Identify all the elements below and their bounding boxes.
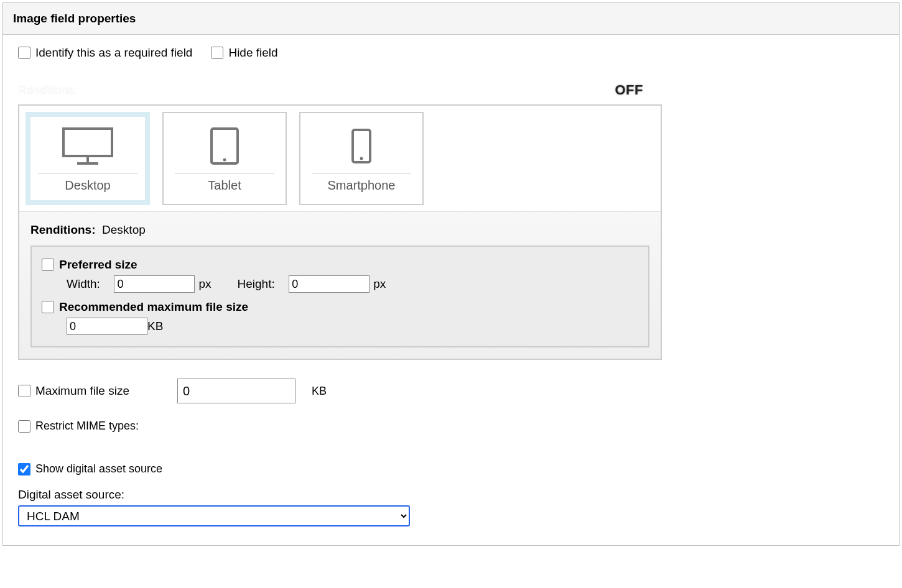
required-field-checkbox[interactable] [18, 47, 30, 59]
max-file-size-checkbox[interactable] [18, 385, 30, 397]
max-file-row: Maximum file size KB [18, 379, 884, 403]
height-label: Height: [238, 277, 275, 291]
renditions-toggle-state[interactable]: OFF [615, 82, 644, 98]
restrict-mime-checkbox[interactable] [18, 420, 30, 433]
restrict-mime-label: Restrict MIME types: [35, 420, 139, 433]
height-input[interactable] [289, 275, 370, 293]
recommended-max-label: Recommended maximum file size [59, 300, 248, 314]
renditions-ghost-label: Renditions: [18, 83, 77, 97]
show-source-row: Show digital asset source [18, 462, 884, 475]
svg-rect-0 [63, 129, 112, 156]
preferred-size-label: Preferred size [59, 258, 137, 272]
panel-title: Image field properties [3, 3, 899, 35]
device-tab-tablet[interactable]: Tablet [162, 112, 287, 205]
device-tab-desktop[interactable]: Desktop [26, 112, 150, 205]
height-unit: px [373, 277, 386, 291]
required-field-label: Identify this as a required field [35, 46, 192, 60]
rendition-detail-title: Renditions: Desktop [30, 223, 649, 237]
device-tabs: Desktop Tablet [19, 106, 661, 211]
recommended-max-checkbox[interactable] [42, 301, 54, 313]
preferred-size-checkbox[interactable] [42, 259, 54, 271]
renditions-container: Desktop Tablet [18, 104, 662, 360]
max-file-size-unit: KB [312, 385, 327, 398]
device-tab-smartphone[interactable]: Smartphone [299, 112, 424, 205]
desktop-icon [60, 126, 116, 166]
width-input[interactable] [114, 275, 195, 293]
show-digital-asset-source-label: Show digital asset source [35, 462, 162, 475]
width-unit: px [198, 277, 211, 291]
restrict-mime-row: Restrict MIME types: [18, 420, 884, 433]
recommended-max-unit: KB [147, 319, 163, 333]
width-label: Width: [67, 277, 100, 291]
recommended-max-input[interactable] [67, 318, 147, 335]
show-digital-asset-source-checkbox[interactable] [18, 463, 30, 475]
hide-field-checkbox[interactable] [211, 47, 223, 59]
svg-point-6 [360, 157, 363, 160]
hide-field-label: Hide field [228, 46, 277, 60]
top-checkboxes: Identify this as a required field Hide f… [18, 46, 884, 63]
max-file-size-input[interactable] [177, 379, 295, 403]
digital-asset-source-label: Digital asset source: [18, 488, 884, 502]
svg-point-4 [223, 158, 226, 162]
max-file-size-label: Maximum file size [35, 384, 172, 398]
tablet-icon [209, 126, 240, 166]
image-field-properties-panel: Image field properties Identify this as … [2, 2, 900, 546]
rendition-inner-box: Preferred size Width: px Height: px Reco [30, 246, 649, 347]
device-tab-smartphone-label: Smartphone [328, 178, 396, 193]
device-tab-tablet-label: Tablet [208, 178, 241, 193]
rendition-detail-section: Renditions: Desktop Preferred size Width… [19, 211, 661, 359]
device-tab-desktop-label: Desktop [65, 178, 110, 193]
digital-asset-source-select[interactable]: HCL DAM [18, 505, 410, 526]
smartphone-icon [350, 127, 373, 165]
panel-body: Identify this as a required field Hide f… [3, 35, 899, 545]
